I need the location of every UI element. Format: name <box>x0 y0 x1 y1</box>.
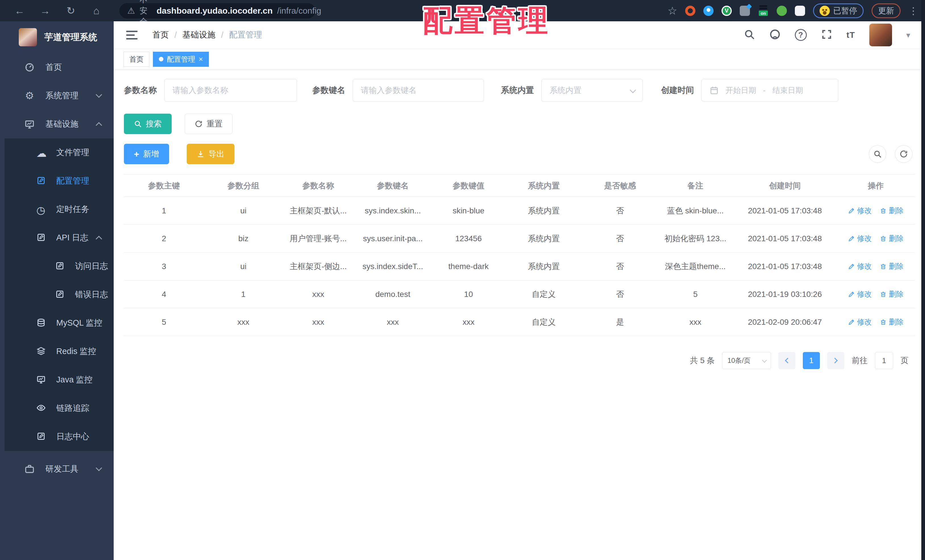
extension-blue-pin-icon[interactable] <box>704 6 714 16</box>
help-icon[interactable]: ? <box>795 29 807 41</box>
search-icon <box>134 120 142 128</box>
close-icon[interactable]: × <box>199 56 203 63</box>
annotation-overlay-title: 配置管理 <box>423 1 550 41</box>
edit-link[interactable]: 修改 <box>848 261 872 271</box>
breadcrumb-section[interactable]: 基础设施 <box>182 29 215 41</box>
extension-green-icon[interactable] <box>777 6 787 16</box>
current-page-button[interactable]: 1 <box>803 352 820 369</box>
param-name-input[interactable]: 请输入参数名称 <box>164 79 297 102</box>
goto-page-input[interactable]: 1 <box>875 352 893 369</box>
sidebar-item-scheduled-jobs[interactable]: ◷ 定时任务 <box>0 195 114 224</box>
page-unit-label: 页 <box>901 355 908 366</box>
table-row: 4 1 xxx demo.test 10 自定义 否 5 2021-01-19 … <box>124 280 915 308</box>
tag-home[interactable]: 首页 <box>124 52 149 67</box>
browser-reload-icon[interactable]: ↻ <box>58 5 84 17</box>
cell: 自定义 <box>505 280 583 308</box>
font-size-icon[interactable]: tT <box>847 30 855 40</box>
edit-link[interactable]: 修改 <box>848 233 872 244</box>
export-button[interactable]: 导出 <box>187 144 235 164</box>
search-button[interactable]: 搜索 <box>124 114 172 134</box>
sidebar-item-dev-tools[interactable]: 研发工具 <box>0 455 114 483</box>
browser-update-button[interactable]: 更新 <box>872 3 901 18</box>
sidebar-item-error-log[interactable]: 错误日志 <box>0 280 114 309</box>
sidebar-item-config-manage[interactable]: 配置管理 <box>0 167 114 195</box>
next-page-button[interactable] <box>827 352 844 369</box>
delete-link[interactable]: 删除 <box>880 317 904 327</box>
profile-paused-badge[interactable]: 已暂停 <box>813 3 863 18</box>
trash-icon <box>880 263 887 270</box>
sidebar-item-system[interactable]: ⚙ 系统管理 <box>0 81 114 110</box>
window-scrollbar-strip[interactable] <box>921 0 925 560</box>
cell: 2021-01-05 17:03:48 <box>733 225 837 253</box>
cell: 系统内置 <box>505 253 583 280</box>
sidebar-item-access-log[interactable]: 访问日志 <box>0 252 114 280</box>
cell: 10 <box>432 280 505 308</box>
builtin-select[interactable]: 系统内置 <box>541 79 643 102</box>
bookmark-star-icon[interactable]: ☆ <box>667 5 677 17</box>
sidebar-item-infra[interactable]: 基础设施 <box>0 110 114 138</box>
toggle-search-button[interactable] <box>869 145 886 163</box>
delete-link[interactable]: 删除 <box>880 233 904 244</box>
extension-puzzle-icon[interactable] <box>740 6 750 16</box>
sidebar-item-label: 定时任务 <box>56 204 89 215</box>
sidebar-item-mysql-monitor[interactable]: MySQL 监控 <box>0 309 114 337</box>
url-bar[interactable]: ⚠ 不安全 dashboard.yudao.iocoder.cn /infra/… <box>119 3 315 18</box>
col-header: 是否敏感 <box>583 175 658 197</box>
delete-link[interactable]: 删除 <box>880 206 904 216</box>
plus-icon: + <box>134 149 139 158</box>
sidebar-collapse-icon[interactable] <box>126 31 137 39</box>
pencil-icon <box>848 291 855 298</box>
cell: xxx <box>432 308 505 336</box>
sidebar-item-trace[interactable]: 链路追踪 <box>0 394 114 423</box>
browser-home-icon[interactable]: ⌂ <box>84 5 109 17</box>
cell: xxx <box>204 308 283 336</box>
create-time-range-picker[interactable]: 开始日期 - 结束日期 <box>701 79 838 102</box>
clock-icon: ◷ <box>36 204 47 215</box>
browser-back-icon[interactable]: ← <box>7 5 32 17</box>
avatar-caret-icon[interactable]: ▾ <box>906 30 910 40</box>
sidebar-item-redis-monitor[interactable]: Redis 监控 <box>0 337 114 366</box>
extension-adblock-icon[interactable]: on <box>758 5 769 17</box>
github-icon[interactable] <box>769 29 780 41</box>
extension-green-v-icon[interactable]: V <box>722 6 732 16</box>
cell: 系统内置 <box>505 197 583 225</box>
cell: 123456 <box>432 225 505 253</box>
page-size-select[interactable]: 10条/页 <box>722 352 771 369</box>
cell: demo.test <box>354 280 432 308</box>
sidebar-item-label: 日志中心 <box>56 431 89 443</box>
user-avatar[interactable] <box>869 24 892 46</box>
param-key-input[interactable]: 请输入参数键名 <box>353 79 484 102</box>
edit-link[interactable]: 修改 <box>848 206 872 216</box>
app-logo-row[interactable]: 芋道管理系统 <box>0 21 114 53</box>
extension-orange-ring-icon[interactable] <box>685 6 695 16</box>
search-icon[interactable] <box>744 29 755 41</box>
prev-page-button[interactable] <box>778 352 795 369</box>
edit-link[interactable]: 修改 <box>848 289 872 299</box>
edit-link[interactable]: 修改 <box>848 317 872 327</box>
add-button-label: 新增 <box>143 149 159 160</box>
sidebar-item-label: MySQL 监控 <box>56 318 102 329</box>
breadcrumb-home[interactable]: 首页 <box>152 29 169 41</box>
ssl-warning-icon: ⚠ <box>127 6 135 16</box>
database-icon <box>36 318 47 328</box>
sidebar-item-api-log[interactable]: API 日志 <box>0 224 114 252</box>
cell: 2021-01-05 17:03:48 <box>733 197 837 225</box>
browser-forward-icon[interactable]: → <box>32 5 58 17</box>
delete-link[interactable]: 删除 <box>880 289 904 299</box>
sidebar-item-home[interactable]: 首页 <box>0 53 114 81</box>
cell: 2021-02-09 20:06:47 <box>733 308 837 336</box>
app-title: 芋道管理系统 <box>44 31 97 43</box>
delete-link[interactable]: 删除 <box>880 261 904 271</box>
fullscreen-icon[interactable] <box>821 29 832 41</box>
browser-menu-icon[interactable]: ⋮ <box>908 5 918 17</box>
sidebar-item-file-manage[interactable]: ☁ 文件管理 <box>0 138 114 167</box>
sidebar-item-log-center[interactable]: 日志中心 <box>0 423 114 451</box>
sidebar-item-java-monitor[interactable]: Java 监控 <box>0 366 114 394</box>
url-path[interactable]: /infra/config <box>277 6 321 16</box>
url-host[interactable]: dashboard.yudao.iocoder.cn <box>157 6 273 16</box>
tag-config-manage[interactable]: 配置管理 × <box>153 52 209 67</box>
reset-button[interactable]: 重置 <box>185 114 232 134</box>
refresh-table-button[interactable] <box>895 145 913 163</box>
add-button[interactable]: + 新增 <box>124 144 169 164</box>
extensions-menu-icon[interactable] <box>795 6 805 16</box>
